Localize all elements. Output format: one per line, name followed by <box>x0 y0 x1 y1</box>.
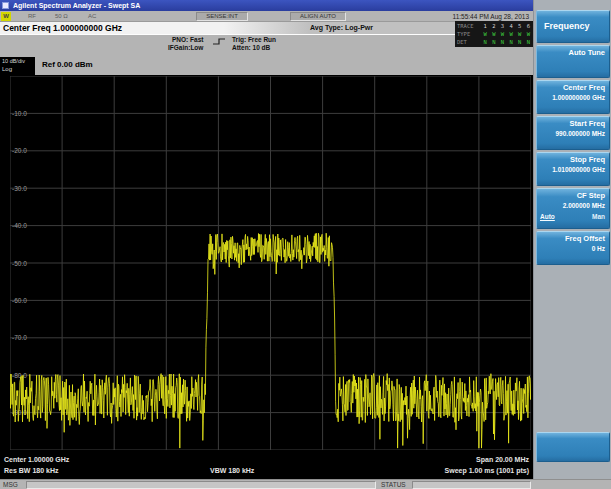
resbw-annotation: Res BW 180 kHz <box>4 467 58 474</box>
ref-level-label: Ref 0.00 dBm <box>42 60 93 69</box>
uncal-indicator: W <box>1 12 11 21</box>
y-axis-label: -60.0 <box>12 297 27 304</box>
y-axis-label: -80.0 <box>12 372 27 379</box>
y-axis-label: -20.0 <box>12 147 27 154</box>
softkey-label: Freq Offset <box>540 234 605 243</box>
type-row: TYPE W W W W W W <box>457 30 531 38</box>
sweep-annotation: Sweep 1.00 ms (1001 pts) <box>445 467 529 474</box>
avg-type-label: Avg Type: Log-Pwr <box>310 24 373 31</box>
cf-step-auto-option[interactable]: Auto <box>540 213 555 220</box>
active-function-bar: Center Freq 1.000000000 GHz <box>0 22 533 35</box>
softkey-value: 990.000000 MHz <box>540 130 605 138</box>
det-row-values: N N N N N N <box>484 38 531 46</box>
y-axis-label: -30.0 <box>12 185 27 192</box>
cf-step-toggle: Auto Man <box>540 213 605 220</box>
softkey-auto-tune[interactable]: Auto Tune <box>536 45 610 78</box>
y-axis-label: -70.0 <box>12 334 27 341</box>
scale-type-label: Log <box>2 65 35 73</box>
span-annotation: Span 20.00 MHz <box>476 456 529 463</box>
y-axis-label: -40.0 <box>12 222 27 229</box>
app-icon <box>2 2 9 9</box>
footer-bar: MSG STATUS <box>0 479 611 489</box>
status-field <box>412 481 531 489</box>
menu-header: Frequency <box>536 10 610 43</box>
window-title: Agilent Spectrum Analyzer - Swept SA <box>13 2 140 9</box>
vbw-annotation: VBW 180 kHz <box>210 467 254 474</box>
softkey-value: 1.010000000 GHz <box>540 166 605 174</box>
trigger-icon <box>212 37 227 46</box>
softkey-label: Auto Tune <box>540 48 605 57</box>
softkey-freq-offset[interactable]: Freq Offset 0 Hz <box>536 231 610 265</box>
sense-indicator: SENSE:INT <box>196 12 248 21</box>
msg-label: MSG <box>3 481 18 488</box>
type-row-label: TYPE <box>457 30 470 38</box>
rf-indicator: RF <box>28 13 36 19</box>
softkey-label: Start Freq <box>540 119 605 128</box>
softkey-value: 1.000000000 GHz <box>540 94 605 102</box>
softkey-blank <box>536 432 610 462</box>
det-row: DET N N N N N N <box>457 38 531 46</box>
softkey-start-freq[interactable]: Start Freq 990.000000 MHz <box>536 116 610 150</box>
softkey-panel: Frequency Auto Tune Center Freq 1.000000… <box>533 0 611 489</box>
softkey-value: 0 Hz <box>540 245 605 253</box>
coupling-indicator: AC <box>88 13 96 19</box>
ifgain-label: IFGain:Low <box>168 44 203 51</box>
type-row-values: W W W W W W <box>484 30 531 38</box>
softkey-label: CF Step <box>540 191 605 200</box>
det-row-label: DET <box>457 38 467 46</box>
atten-label: Atten: 10 dB <box>232 44 270 51</box>
title-bar: Agilent Spectrum Analyzer - Swept SA <box>0 0 611 11</box>
pno-label: PNO: Fast <box>172 36 203 43</box>
cf-step-man-option[interactable]: Man <box>592 213 605 220</box>
softkey-value: 2.000000 MHz <box>540 202 605 210</box>
trace-row-label: TRACE <box>457 22 474 30</box>
datetime: 11:55:44 PM Aug 28, 2013 <box>453 13 530 20</box>
trig-label: Trig: Free Run <box>232 36 276 43</box>
softkey-center-freq[interactable]: Center Freq 1.000000000 GHz <box>536 80 610 114</box>
scale-box: 10 dB/div Log <box>0 57 35 75</box>
active-function-text: Center Freq 1.000000000 GHz <box>3 23 122 33</box>
y-axis-label: -50.0 <box>12 260 27 267</box>
status-bar: W RF 50 Ω AC SENSE:INT ALIGN AUTO 11:55:… <box>0 11 533 22</box>
msg-field <box>26 481 376 489</box>
softkey-label: Center Freq <box>540 83 605 92</box>
trace-table: TRACE 1 2 3 4 5 6 TYPE W W W W W W DET N… <box>455 21 533 47</box>
softkey-stop-freq[interactable]: Stop Freq 1.010000000 GHz <box>536 152 610 186</box>
trace-row: TRACE 1 2 3 4 5 6 <box>457 22 531 30</box>
impedance-indicator: 50 Ω <box>55 13 68 19</box>
softkey-label: Stop Freq <box>540 155 605 164</box>
spectrum-plot: -10.0-20.0-30.0-40.0-50.0-60.0-70.0-80.0… <box>10 76 531 450</box>
scale-label: 10 dB/div <box>2 58 35 65</box>
align-indicator: ALIGN AUTO <box>290 12 346 21</box>
softkey-cf-step[interactable]: CF Step 2.000000 MHz Auto Man <box>536 188 610 229</box>
status-label: STATUS <box>381 481 406 488</box>
trace-row-values: 1 2 3 4 5 6 <box>484 22 531 30</box>
spectrum-display: -10.0-20.0-30.0-40.0-50.0-60.0-70.0-80.0… <box>0 75 533 479</box>
y-axis-label: -10.0 <box>12 110 27 117</box>
center-annotation: Center 1.00000 GHz <box>4 456 69 463</box>
